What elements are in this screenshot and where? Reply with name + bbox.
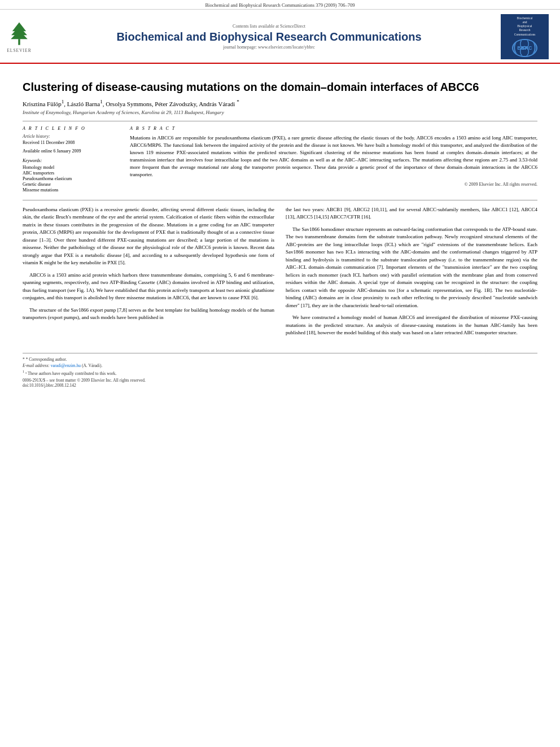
bbrc-circle-logo: BBRC — [512, 39, 537, 57]
svg-rect-1 — [18, 39, 20, 45]
email-value: varadi@enzim.hu — [51, 363, 81, 368]
elsevier-tree-icon — [6, 20, 33, 47]
info-abstract-columns: A R T I C L E I N F O Article history: R… — [23, 126, 537, 193]
top-bar: Biochemical and Biophysical Research Com… — [0, 0, 560, 10]
body-para-3: The structure of the Sav1866 export pump… — [23, 307, 274, 322]
journal-header: ELSEVIER Contents lists available at Sci… — [0, 10, 560, 64]
body-columns: Pseudoxanthoma elasticum (PXE) is a rece… — [23, 206, 537, 342]
body-right-column: the last two years: ABCB1 [9], ABCG2 [10… — [286, 206, 537, 342]
body-para-2: ABCC6 is a 1503 amino acid protein which… — [23, 272, 274, 302]
journal-header-center: Contents lists available at ScienceDirec… — [37, 24, 501, 50]
elsevier-wordmark: ELSEVIER — [7, 48, 31, 53]
keyword-2: ABC transporters — [23, 171, 119, 176]
keyword-4: Genetic disease — [23, 182, 119, 187]
keyword-5: Missense mutations — [23, 187, 119, 193]
body-para-5: The Sav1866 homodimer structure represen… — [286, 226, 537, 310]
doi-line: doi:10.1016/j.bbrc.2008.12.142 — [23, 383, 537, 388]
main-content: Clustering of disease-causing mutations … — [0, 64, 560, 399]
keyword-3: Pseudoxanthoma elasticum — [23, 176, 119, 181]
svg-text:BBRC: BBRC — [517, 45, 532, 51]
body-separator — [23, 200, 537, 200]
license-line: 0006-291X/$ – see front matter © 2009 El… — [23, 378, 537, 383]
authors-text: Krisztina Fülöp1, László Barna1, Orsolya… — [23, 101, 239, 107]
keyword-1: Homology model — [23, 165, 119, 170]
sciencedirect-link: Contents lists available at ScienceDirec… — [43, 24, 495, 29]
corresponding-label: * Corresponding author. — [26, 357, 67, 362]
email-label: E-mail address: — [23, 363, 51, 368]
affiliation: Institute of Enzymology, Hungarian Acade… — [23, 110, 537, 115]
abstract-text: Mutations in ABCC6 are responsible for p… — [130, 134, 537, 178]
article-history-label: Article history: — [23, 134, 119, 139]
keywords-label: Keywords: — [23, 158, 119, 163]
body-para-1: Pseudoxanthoma elasticum (PXE) is a rece… — [23, 206, 274, 267]
bbrc-logo-box: BiochemicalandBiophysicalResearchCommuni… — [501, 14, 549, 59]
body-para-4: the last two years: ABCB1 [9], ABCG2 [10… — [286, 206, 537, 221]
header-separator — [23, 121, 537, 121]
journal-reference: Biochemical and Biophysical Research Com… — [205, 2, 355, 8]
article-info-title: A R T I C L E I N F O — [23, 126, 119, 131]
email-note: E-mail address: varadi@enzim.hu (A. Vára… — [23, 363, 537, 368]
available-date: Available online 6 January 2009 — [23, 148, 119, 154]
keywords-section: Keywords: Homology model ABC transporter… — [23, 158, 119, 193]
authors-line: Krisztina Fülöp1, László Barna1, Orsolya… — [23, 99, 537, 107]
abstract-title: A B S T R A C T — [130, 126, 537, 131]
footer: * * Corresponding author. E-mail address… — [23, 353, 537, 388]
corresponding-author-note: * * Corresponding author. — [23, 357, 537, 362]
bbrc-title-text: BiochemicalandBiophysicalResearchCommuni… — [514, 16, 536, 37]
elsevier-logo-area: ELSEVIER — [6, 20, 37, 53]
received-date: Received 11 December 2008 — [23, 140, 119, 145]
license-text: 0006-291X/$ – see front matter © 2009 El… — [23, 378, 537, 388]
elsevier-logo: ELSEVIER — [6, 20, 33, 53]
equal-contribution-note: 1 ¹ These authors have equally contribut… — [23, 369, 537, 376]
body-left-column: Pseudoxanthoma elasticum (PXE) is a rece… — [23, 206, 274, 342]
article-title: Clustering of disease-causing mutations … — [23, 80, 537, 94]
journal-title: Biochemical and Biophysical Research Com… — [43, 30, 495, 43]
email-person: (A. Váradi). — [82, 363, 102, 368]
copyright: © 2009 Elsevier Inc. All rights reserved… — [130, 182, 537, 187]
article-info-column: A R T I C L E I N F O Article history: R… — [23, 126, 119, 193]
body-para-6: We have constructed a homology model of … — [286, 314, 537, 337]
journal-homepage: journal homepage: www.elsevier.com/locat… — [43, 45, 495, 50]
abstract-column: A B S T R A C T Mutations in ABCC6 are r… — [130, 126, 537, 193]
